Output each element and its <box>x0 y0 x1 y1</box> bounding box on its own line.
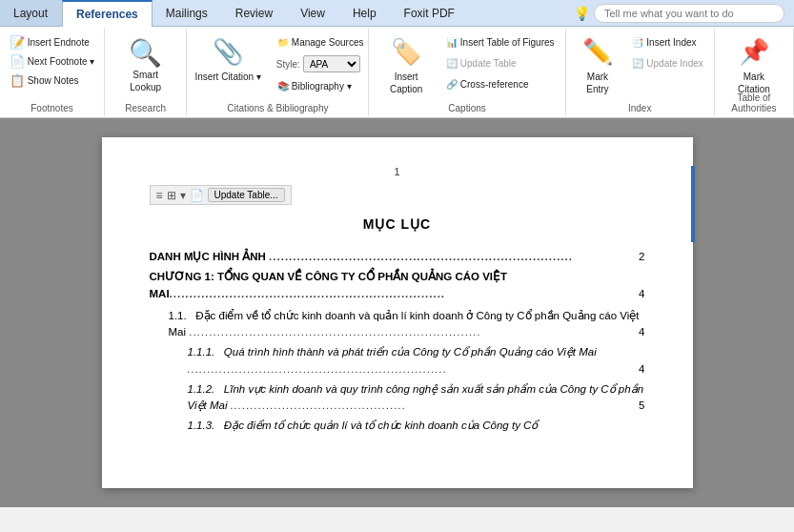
mark-citation-icon: 📌 <box>739 36 769 69</box>
toc-entry: 1.1. Đặc điểm về tổ chức kinh doanh và q… <box>150 308 645 341</box>
show-notes-button[interactable]: 📋 Show Notes <box>5 71 84 90</box>
toc-entry: 1.1.2. Lĩnh vực kinh doanh và quy trình … <box>150 381 645 415</box>
document-page: 1 ≡ ⊞ ▾ 📄 Update Table... MỤC LỤC DANH M… <box>102 137 693 488</box>
page-number: 1 <box>150 166 645 177</box>
smart-lookup-button[interactable]: 🔍 Smart Lookup <box>111 32 180 101</box>
endnote-icon: 📝 <box>10 35 25 50</box>
insert-caption-button[interactable]: 🏷️ Insert Caption <box>375 32 437 99</box>
toc-toolbar-icon1[interactable]: ≡ <box>156 189 163 202</box>
selection-bar <box>691 166 695 242</box>
toc-entry: 1.1.3. Đặc điểm tổ chức quản lí và tổ ch… <box>150 418 645 434</box>
tab-mailings[interactable]: Mailings <box>153 0 222 26</box>
ribbon-group-citations: 📎 Insert Citation ▾ 📁 Manage Sources Sty… <box>187 29 369 115</box>
tab-layout[interactable]: Layout <box>0 0 62 26</box>
update-table-button[interactable]: 🔄 Update Table <box>441 53 560 72</box>
tab-bar: Layout References Mailings Review View H… <box>0 0 794 27</box>
insert-index-icon: 📑 <box>632 37 643 48</box>
ribbon-group-research: 🔍 Smart Lookup Research <box>105 29 187 115</box>
notes-icon: 📋 <box>10 73 25 88</box>
update-index-button[interactable]: 🔄 Update Index <box>627 53 708 72</box>
insert-table-of-figures-button[interactable]: 📊 Insert Table of Figures <box>441 32 560 51</box>
mark-citation-button[interactable]: 📌 Mark Citation <box>721 32 787 99</box>
insert-citation-button[interactable]: 📎 Insert Citation ▾ <box>187 32 268 87</box>
footnote-icon: 📄 <box>10 54 25 69</box>
document-area: 1 ≡ ⊞ ▾ 📄 Update Table... MỤC LỤC DANH M… <box>0 118 794 507</box>
research-group-label: Research <box>105 103 186 113</box>
tab-foxit[interactable]: Foxit PDF <box>391 0 469 26</box>
index-group-label: Index <box>566 103 714 113</box>
style-label: Style: <box>276 59 300 70</box>
bibliography-button[interactable]: 📚 Bibliography ▾ <box>273 76 369 95</box>
next-footnote-button[interactable]: 📄 Next Footnote ▾ <box>5 51 100 71</box>
toc-entries: DANH MỤC HÌNH ẢNH ......................… <box>150 249 645 435</box>
footnotes-group-label: Footnotes <box>0 103 104 113</box>
lightbulb-icon: 💡 <box>574 6 590 21</box>
toc-entry: DANH MỤC HÌNH ẢNH ......................… <box>150 249 645 265</box>
citation-style-select[interactable]: APA MLA Chicago <box>303 55 360 72</box>
tell-me-input[interactable] <box>594 4 784 23</box>
tab-references[interactable]: References <box>62 0 153 27</box>
bibliography-icon: 📚 <box>277 81 289 92</box>
citation-icon: 📎 <box>213 36 243 69</box>
toa-group-label: Table of Authorities <box>715 92 793 113</box>
cross-reference-button[interactable]: 🔗 Cross-reference <box>441 74 560 93</box>
toc-title: MỤC LỤC <box>150 216 645 232</box>
ribbon: 📝 Insert Endnote 📄 Next Footnote ▾ 📋 Sho… <box>0 27 794 118</box>
ribbon-group-toa: 📌 Mark Citation Table of Authorities <box>715 29 794 115</box>
ribbon-group-index: ✏️ Mark Entry 📑 Insert Index 🔄 Update In… <box>566 29 715 115</box>
insert-index-button[interactable]: 📑 Insert Index <box>627 32 708 51</box>
manage-sources-button[interactable]: 📁 Manage Sources <box>273 32 369 51</box>
smart-lookup-icon: 🔍 <box>129 40 162 67</box>
tab-review[interactable]: Review <box>222 0 287 26</box>
update-index-icon: 🔄 <box>632 58 643 69</box>
cross-ref-icon: 🔗 <box>446 79 458 90</box>
insert-endnote-button[interactable]: 📝 Insert Endnote <box>5 32 94 51</box>
captions-group-label: Captions <box>369 103 564 113</box>
caption-icon: 🏷️ <box>391 36 421 69</box>
toc-entry: CHƯƠNG 1: TỔNG QUAN VỀ CÔNG TY CỔ PHẦN Q… <box>150 269 645 302</box>
toc-toolbar: ≡ ⊞ ▾ 📄 Update Table... <box>150 185 292 205</box>
update-table-button[interactable]: Update Table... <box>208 188 285 202</box>
mark-entry-icon: ✏️ <box>582 36 613 69</box>
tab-help[interactable]: Help <box>339 0 391 26</box>
toc-toolbar-icon3[interactable]: ▾ <box>180 189 186 202</box>
mark-entry-button[interactable]: ✏️ Mark Entry <box>572 32 624 99</box>
tab-view[interactable]: View <box>287 0 339 26</box>
toc-entry: 1.1.1. Quá trình hình thành và phát triể… <box>150 344 645 378</box>
ribbon-group-footnotes: 📝 Insert Endnote 📄 Next Footnote ▾ 📋 Sho… <box>0 29 105 115</box>
toc-toolbar-icon2[interactable]: ⊞ <box>167 189 176 202</box>
ribbon-group-captions: 🏷️ Insert Caption 📊 Insert Table of Figu… <box>369 29 565 115</box>
toc-toolbar-doc-icon: 📄 <box>190 189 204 202</box>
update-table-icon: 🔄 <box>446 58 458 69</box>
sources-icon: 📁 <box>277 37 289 48</box>
citations-group-label: Citations & Bibliography <box>187 103 368 113</box>
table-figures-icon: 📊 <box>446 37 458 48</box>
